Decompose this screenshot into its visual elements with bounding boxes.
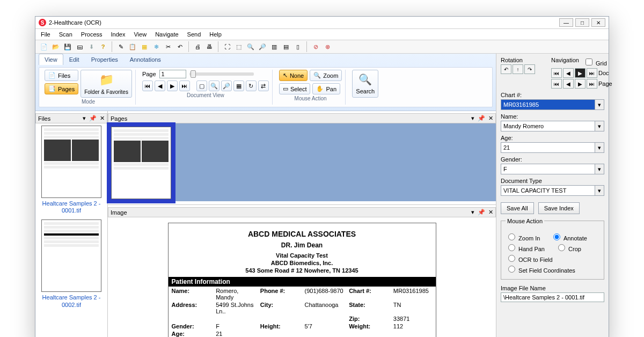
open-icon[interactable]: 📂 (50, 41, 61, 52)
save-index-button[interactable]: Save Index (538, 202, 580, 214)
menu-send[interactable]: Send (186, 30, 202, 39)
pages-pin-icon[interactable]: 📌 (478, 115, 485, 122)
zoomout-icon[interactable]: 🔎 (257, 41, 268, 52)
rot-up-button[interactable]: ↑ (513, 64, 523, 74)
image-close-icon[interactable]: ✕ (488, 209, 493, 216)
doctype-dropdown[interactable]: ▾ (595, 185, 604, 196)
fitw-icon[interactable]: ⬚ (233, 41, 244, 52)
tab-properties[interactable]: Properties (85, 54, 124, 65)
tab-annotations[interactable]: Annotations (124, 54, 167, 65)
nav-doc-last[interactable]: ⏭ (587, 68, 597, 78)
rot-ccw-button[interactable]: ↶ (501, 64, 511, 74)
age-input[interactable] (501, 142, 595, 153)
menu-index[interactable]: Index (110, 30, 127, 39)
printer-icon[interactable]: 🖶 (204, 41, 215, 52)
radio-zoomin[interactable] (508, 233, 515, 240)
minimize-button[interactable]: — (559, 18, 573, 27)
file-name-2[interactable]: Healtcare Samples 2 - 0002.tif (38, 294, 105, 308)
fit-icon[interactable]: ⛶ (222, 41, 232, 52)
nav-page-next[interactable]: ▶ (575, 79, 586, 89)
select-button[interactable]: ▭Select (279, 83, 311, 94)
zoomreg-button[interactable]: 🔎 (221, 80, 232, 91)
pages-close-icon[interactable]: ✕ (488, 115, 493, 122)
maximize-button[interactable]: □ (575, 18, 589, 27)
grid-checkbox[interactable] (586, 58, 592, 65)
image-pin-icon[interactable]: 📌 (478, 209, 485, 216)
nav-doc-next[interactable]: ▶ (575, 68, 586, 78)
file-thumb[interactable] (41, 219, 101, 292)
chart-input[interactable] (501, 99, 595, 110)
doc-icon[interactable]: ▯ (292, 41, 303, 52)
age-dropdown[interactable]: ▾ (595, 142, 604, 153)
menu-navigate[interactable]: Navigate (154, 30, 179, 39)
new-icon[interactable]: 📄 (39, 41, 49, 52)
saveall-icon[interactable]: 🖴 (74, 41, 85, 52)
radio-annotate[interactable] (553, 233, 560, 240)
flip-button[interactable]: ⇄ (258, 80, 269, 91)
pan-button[interactable]: ✋Pan (312, 83, 340, 94)
file-name-1[interactable]: Healtcare Samples 2 - 0001.tif (38, 200, 105, 214)
page-slider[interactable] (191, 70, 196, 78)
folder-favorites-button[interactable]: 📁 Folder & Favorites (80, 70, 132, 98)
doctype-input[interactable] (501, 185, 595, 196)
page-input[interactable] (159, 70, 186, 78)
name-input[interactable] (501, 121, 595, 131)
save-icon[interactable]: 💾 (62, 41, 73, 52)
globe-stop-icon[interactable]: ⊗ (322, 41, 333, 52)
files-button[interactable]: 📄Files (45, 70, 78, 81)
down-icon[interactable]: ⬇ (86, 41, 97, 52)
zoomin-icon[interactable]: 🔍 (245, 41, 256, 52)
thumbs-button[interactable]: ▦ (233, 80, 244, 91)
files-close-icon[interactable]: ✕ (100, 115, 105, 122)
nav-doc-first[interactable]: ⏮ (551, 68, 562, 78)
nav-page-first[interactable]: ⏮ (551, 79, 562, 89)
menu-process[interactable]: Process (80, 30, 104, 39)
files-drop-icon[interactable]: ▾ (83, 115, 86, 122)
save-all-button[interactable]: Save All (501, 202, 534, 214)
grid-icon[interactable]: ▦ (139, 41, 150, 52)
calendar-icon[interactable]: ▤ (281, 41, 291, 52)
last-page-button[interactable]: ⏭ (179, 80, 190, 91)
pages-button[interactable]: 📑Pages (45, 83, 78, 94)
tab-edit[interactable]: Edit (63, 54, 85, 65)
menu-view[interactable]: View (133, 30, 148, 39)
radio-crop[interactable] (558, 244, 565, 251)
none-button[interactable]: ↖None (279, 70, 308, 81)
print-icon[interactable]: 🖨 (192, 41, 203, 52)
image-drop-icon[interactable]: ▾ (471, 209, 474, 216)
tab-view[interactable]: View (39, 54, 63, 65)
gender-dropdown[interactable]: ▾ (595, 164, 604, 174)
gender-input[interactable] (501, 164, 595, 174)
zoomfit-button[interactable]: 🔍 (209, 80, 219, 91)
menu-help[interactable]: Help (208, 30, 223, 39)
menu-scan[interactable]: Scan (58, 30, 74, 39)
pages-drop-icon[interactable]: ▾ (471, 115, 474, 122)
wand-icon[interactable]: ✎ (115, 41, 126, 52)
close-button[interactable]: ✕ (591, 18, 605, 27)
nav-page-prev[interactable]: ◀ (563, 79, 574, 89)
files-pin-icon[interactable]: 📌 (89, 115, 97, 122)
next-page-button[interactable]: ▶ (167, 80, 178, 91)
name-dropdown[interactable]: ▾ (595, 121, 604, 131)
snow-icon[interactable]: ❄ (151, 41, 162, 52)
chart-dropdown[interactable]: ▾ (595, 99, 604, 110)
rot-cw-button[interactable]: ↷ (524, 64, 535, 74)
help-icon[interactable]: ? (98, 41, 108, 52)
rotate-button[interactable]: ↻ (246, 80, 257, 91)
prev-page-button[interactable]: ◀ (155, 80, 165, 91)
cut-icon[interactable]: ✂ (163, 41, 173, 52)
nav-doc-prev[interactable]: ◀ (563, 68, 574, 78)
layout1-button[interactable]: ▢ (196, 80, 207, 91)
nav-page-last[interactable]: ⏭ (587, 79, 597, 89)
radio-handpan[interactable] (508, 244, 515, 251)
page-thumb-selected[interactable] (111, 127, 171, 199)
imgfile-input[interactable] (501, 292, 604, 302)
first-page-button[interactable]: ⏮ (142, 80, 153, 91)
file-thumb[interactable] (41, 126, 101, 198)
search-button[interactable]: 🔍 Search (352, 70, 378, 98)
zoom-button[interactable]: 🔍Zoom (310, 70, 342, 81)
copy-icon[interactable]: 📋 (127, 41, 138, 52)
layout-icon[interactable]: ▥ (269, 41, 280, 52)
globe-red-icon[interactable]: ⊘ (310, 41, 321, 52)
undo-icon[interactable]: ↶ (174, 41, 185, 52)
